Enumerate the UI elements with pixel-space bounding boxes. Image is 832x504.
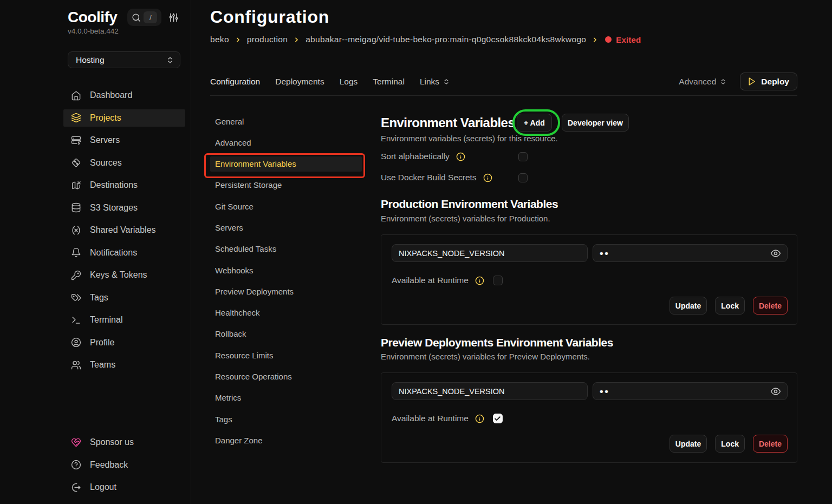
available-at-runtime-checkbox[interactable] [493, 414, 503, 423]
sidebar-item-destinations[interactable]: Destinations [63, 176, 185, 194]
sidebar-item-label: Servers [90, 135, 120, 145]
sidebar-item-teams[interactable]: Teams [63, 356, 185, 374]
sidebar-item-label: S3 Storages [90, 203, 138, 213]
available-at-runtime-checkbox[interactable] [493, 276, 503, 285]
available-at-runtime-row: Available at Runtime [392, 276, 788, 285]
sidebar-item-label: Shared Variables [90, 225, 156, 235]
env-name-input[interactable] [392, 244, 588, 262]
subnav-item-servers[interactable]: Servers [210, 220, 362, 235]
key-icon [71, 270, 81, 280]
subnav-item-danger-zone[interactable]: Danger Zone [210, 433, 362, 448]
sidebar-item-servers[interactable]: Servers [63, 132, 185, 149]
preview-section-title: Preview Deployments Environment Variable… [381, 336, 613, 349]
info-icon [483, 173, 492, 182]
content-column: Environment Variables + Add Developer vi… [381, 0, 797, 504]
update-button[interactable]: Update [670, 297, 707, 315]
subnav-item-git-source[interactable]: Git Source [210, 199, 362, 214]
git-source-icon [71, 158, 81, 168]
breadcrumb-project[interactable]: beko [210, 35, 229, 44]
map-icon [71, 180, 81, 191]
lock-button[interactable]: Lock [715, 435, 745, 453]
sidebar-item-sponsor-us[interactable]: Sponsor us [63, 434, 185, 451]
chevron-right-icon [293, 36, 300, 43]
eye-icon[interactable] [770, 248, 781, 259]
sidebar-item-label: Notifications [90, 248, 137, 258]
subnav-item-advanced[interactable]: Advanced [210, 135, 362, 150]
users-icon [71, 360, 81, 370]
help-circle-icon [71, 460, 81, 470]
sort-alphabetically-checkbox[interactable] [518, 152, 528, 161]
layers-icon [71, 113, 81, 123]
add-button[interactable]: + Add [517, 114, 552, 132]
sidebar-item-label: Logout [90, 482, 116, 492]
sidebar-item-label: Terminal [90, 315, 122, 325]
subnav-item-scheduled-tasks[interactable]: Scheduled Tasks [210, 241, 362, 257]
sidebar: Coolify / v4.0.0-beta.442 Hosting Dashbo… [0, 0, 191, 504]
info-icon [475, 414, 484, 423]
subnav-item-general[interactable]: General [210, 114, 362, 129]
sidebar-item-label: Sources [90, 158, 122, 168]
sidebar-item-label: Dashboard [90, 90, 132, 100]
subnav-item-webhooks[interactable]: Webhooks [210, 263, 362, 278]
sidebar-item-keys-tokens[interactable]: Keys & Tokens [63, 266, 185, 284]
sidebar-item-logout[interactable]: Logout [63, 479, 185, 496]
env-value-input[interactable] [593, 244, 788, 262]
subnav-item-preview-deployments[interactable]: Preview Deployments [210, 284, 362, 299]
subnav-item-rollback[interactable]: Rollback [210, 326, 362, 342]
sidebar-item-dashboard[interactable]: Dashboard [63, 87, 185, 104]
heart-handshake-icon [71, 437, 81, 448]
subnav-item-healthcheck[interactable]: Healthcheck [210, 305, 362, 320]
user-circle-icon [71, 337, 81, 348]
subnav-item-metrics[interactable]: Metrics [210, 390, 362, 405]
subnav-item-persistent-storage[interactable]: Persistent Storage [210, 178, 362, 193]
subnav-item-tags[interactable]: Tags [210, 411, 362, 427]
sidebar-item-label: Sponsor us [90, 437, 134, 447]
breadcrumb-environment[interactable]: production [247, 35, 288, 44]
sidebar-item-label: Projects [90, 113, 121, 123]
sidebar-item-shared-variables[interactable]: Shared Variables [63, 221, 185, 239]
eye-icon[interactable] [770, 386, 781, 397]
sidebar-item-tags[interactable]: Tags [63, 289, 185, 306]
sidebar-nav: DashboardProjectsServersSourcesDestinati… [63, 87, 185, 379]
team-selector[interactable]: Hosting [68, 51, 180, 68]
team-selector-value: Hosting [76, 55, 166, 65]
env-var-card: Available at Runtime Update Lock Delete [381, 234, 797, 325]
sort-alphabetically-row: Sort alphabetically [381, 152, 797, 161]
page-title: Configuration [210, 7, 329, 27]
sidebar-item-label: Tags [90, 293, 108, 303]
home-icon [71, 90, 81, 101]
delete-button[interactable]: Delete [753, 297, 788, 315]
env-name-input[interactable] [392, 382, 588, 400]
variable-icon [71, 225, 81, 235]
sidebar-item-label: Keys & Tokens [90, 270, 147, 280]
production-section-description: Environment (secrets) variables for Prod… [381, 214, 550, 223]
sidebar-item-profile[interactable]: Profile [63, 334, 185, 351]
section-title: Environment Variables [381, 115, 515, 130]
docker-build-secrets-checkbox[interactable] [518, 173, 528, 182]
sidebar-item-sources[interactable]: Sources [63, 154, 185, 172]
sidebar-item-terminal[interactable]: Terminal [63, 311, 185, 329]
subnav-item-resource-operations[interactable]: Resource Operations [210, 369, 362, 384]
tab-deployments[interactable]: Deployments [275, 77, 324, 87]
sidebar-item-projects[interactable]: Projects [63, 109, 185, 127]
logo-row: Coolify / [68, 8, 181, 27]
search-button[interactable]: / [127, 9, 161, 26]
sidebar-item-feedback[interactable]: Feedback [63, 456, 185, 474]
search-icon [132, 13, 141, 22]
tab-configuration[interactable]: Configuration [210, 77, 260, 87]
sidebar-item-s3-storages[interactable]: S3 Storages [63, 199, 185, 217]
update-button[interactable]: Update [670, 435, 707, 453]
env-value-input[interactable] [593, 382, 788, 400]
app-logo: Coolify [68, 9, 117, 26]
logout-icon [71, 482, 81, 493]
sidebar-item-label: Feedback [90, 460, 128, 470]
lock-button[interactable]: Lock [715, 297, 745, 315]
sidebar-item-notifications[interactable]: Notifications [63, 244, 185, 261]
tab-logs[interactable]: Logs [340, 77, 358, 87]
settings-sliders-button[interactable] [168, 12, 179, 23]
subnav-item-environment-variables[interactable]: Environment Variables [210, 156, 362, 172]
sidebar-item-label: Profile [90, 338, 114, 348]
developer-view-button[interactable]: Developer view [562, 114, 629, 132]
delete-button[interactable]: Delete [753, 435, 788, 453]
subnav-item-resource-limits[interactable]: Resource Limits [210, 348, 362, 363]
